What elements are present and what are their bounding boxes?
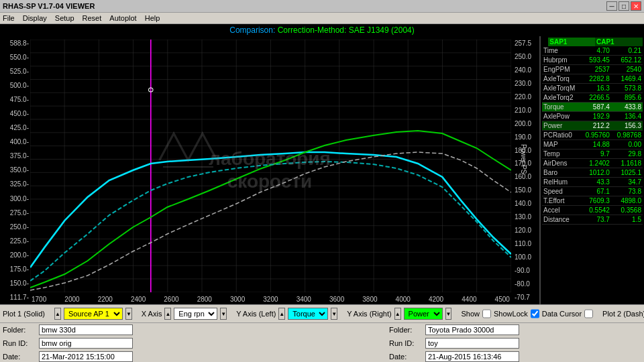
chart-area: 588.8- 550.0- 525.0- 500.0- 475.0- 450.0… [0,36,540,304]
maximize-button[interactable]: □ [619,1,629,11]
y-right-title: Power PS [519,144,527,174]
comparison-label: Comparison: [229,25,275,35]
date1-value: 21-Mar-2012 15:15:00 [39,351,133,362]
folder1-value: bmw 330d [39,324,133,335]
sap1-header: SAP1 [548,38,595,46]
data-panel: SAP1 CAP1 Time4.700.21Hubrpm593.45652.12… [540,36,644,304]
folder1-row: Folder: bmw 330d [0,323,258,337]
menu-setup[interactable]: Setup [55,14,74,22]
bottom-controls: Plot 1 (Solid) ▲ Source AP 1 ▼ X Axis ▲ … [0,304,644,362]
menu-display[interactable]: Display [23,14,47,22]
y-right-label: Y Axis (Right) [347,310,391,318]
data-row: AirDens1.24021.1618 [542,159,643,168]
y-right-select[interactable]: Power [404,308,443,320]
menu-reset[interactable]: Reset [83,14,102,22]
menu-file[interactable]: File [3,14,15,22]
data-row: Speed67.173.8 [542,187,643,196]
y-right-up[interactable]: ▲ [394,308,401,320]
info-middle-spacer [258,323,386,362]
data-header-row: SAP1 CAP1 [542,38,643,46]
menubar: File Display Setup Reset Autoplot Help [0,13,644,24]
source-ap-up[interactable]: ▲ [54,308,61,320]
show-checkbox[interactable] [482,309,491,318]
data-row: Hubrpm593.45652.12 [542,56,643,65]
date1-row: Date: 21-Mar-2012 15:15:00 [0,350,258,362]
data-row: Power212.2156.3 [542,121,643,131]
x-axis-label: X Axis [142,310,162,318]
runid2-value: toy [425,338,519,349]
source-ap-down[interactable]: ▼ [125,308,132,320]
runid1-value: bmw orig [39,338,133,349]
menu-help[interactable]: Help [145,14,160,22]
datacursor-checkbox[interactable] [584,309,593,318]
comparison-header: Comparison: Correction-Method: SAE J1349… [0,24,644,36]
data-rows: Time4.700.21Hubrpm593.45652.12EngPPM2537… [542,46,643,225]
data-row: AxleTorq22266.5895.6 [542,93,643,103]
data-row: Torque587.4433.8 [542,103,643,112]
chart-svg [30,40,511,292]
y-axis-left: 588.8- 550.0- 525.0- 500.0- 475.0- 450.0… [0,36,30,304]
show-label: Show [461,310,480,318]
showlock-checkbox[interactable] [531,309,539,318]
plot2-info: Folder: Toyota Prado 3000d Run ID: toy D… [386,323,644,362]
data-row: RelHum43.334.7 [542,178,643,187]
runid1-label: Run ID: [3,339,36,347]
data-row: Baro1012.01025.1 [542,168,643,178]
date2-row: Date: 21-Aug-2015 16:13:46 [386,350,644,362]
folder2-value: Toyota Prado 3000d [425,324,519,335]
cap1-header: CAP1 [595,38,643,46]
y-right-down[interactable]: ▼ [445,308,452,320]
data-row: Temp9.729.8 [542,149,643,159]
data-row: Distance73.71.5 [542,215,643,225]
data-table: SAP1 CAP1 [542,38,643,46]
data-row: MAP14.880.00 [542,140,643,149]
minimize-button[interactable]: ─ [606,1,617,11]
x-axis-select[interactable]: Eng rpn [174,308,217,320]
titlebar: RHAS-SP V1.7-04 VIEWER ─ □ ✕ [0,0,644,13]
close-button[interactable]: ✕ [631,1,641,11]
comparison-method: Correction-Method: SAE J1349 (2004) [278,25,415,35]
data-row: Time4.700.21 [542,46,643,56]
date2-value: 21-Aug-2015 16:13:46 [425,351,519,362]
menu-autoplot[interactable]: Autoplot [109,14,136,22]
showlock-label: ShowLock [494,310,528,318]
runid2-row: Run ID: toy [386,337,644,350]
plot2-label: Plot 2 (Dash) [602,310,644,318]
plot1-label: Plot 1 (Solid) [3,310,45,318]
folder2-row: Folder: Toyota Prado 3000d [386,323,644,337]
plot1-info: Folder: bmw 330d Run ID: bmw orig Date: … [0,323,258,362]
date2-label: Date: [389,353,423,361]
folder1-label: Folder: [3,326,36,334]
y-left-label: Y Axis (Left) [236,310,276,318]
runid1-row: Run ID: bmw orig [0,337,258,350]
date1-label: Date: [3,353,36,361]
x-axis-up[interactable]: ▲ [164,308,171,320]
window-controls: ─ □ ✕ [606,1,641,11]
info-section: Folder: bmw 330d Run ID: bmw orig Date: … [0,323,644,362]
folder2-label: Folder: [389,326,423,334]
y-left-select[interactable]: Torque [288,308,328,320]
data-row: AxleTorqM16.3573.8 [542,84,643,93]
app-title: RHAS-SP V1.7-04 VIEWER [3,2,95,10]
x-axis: 1700 2000 2200 2400 2600 2800 3000 3200 … [30,296,511,303]
x-axis-down[interactable]: ▼ [220,308,227,320]
y-left-up[interactable]: ▲ [278,308,285,320]
data-row: AxlePow192.9136.4 [542,112,643,121]
data-row: EngPPM25372540 [542,65,643,74]
runid2-label: Run ID: [389,339,423,347]
source-ap-select[interactable]: Source AP 1 [64,308,123,320]
plot-controls-row: Plot 1 (Solid) ▲ Source AP 1 ▼ X Axis ▲ … [0,304,644,323]
data-row: PCRatio00.957600.98768 [542,131,643,140]
data-row: Accel0.55420.3568 [542,206,643,215]
data-row: T.Effort7609.34898.0 [542,196,643,206]
datacursor-label: Data Cursor [542,310,582,318]
y-left-down[interactable]: ▼ [331,308,337,320]
main-area: 588.8- 550.0- 525.0- 500.0- 475.0- 450.0… [0,36,644,304]
data-row: AxleTorq2282.81469.4 [542,74,643,84]
